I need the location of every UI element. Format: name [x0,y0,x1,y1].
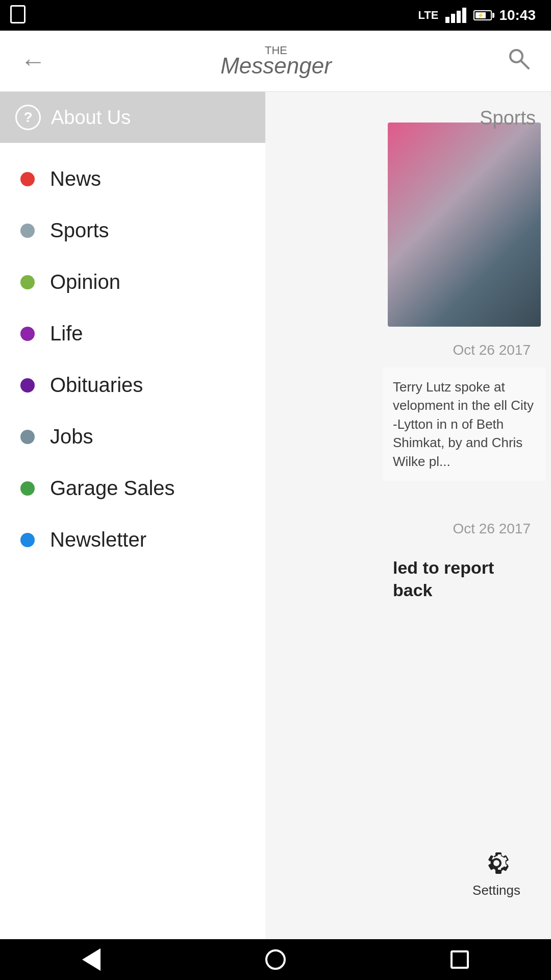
search-button[interactable] [506,46,531,76]
news-article-3: led to report back [383,546,546,611]
menu-item-label-6: Garage Sales [50,477,175,500]
news-date-2: Oct 26 2017 [453,521,531,537]
menu-item-life[interactable]: Life [0,308,265,359]
menu-item-label-5: Jobs [50,425,93,448]
menu-item-news[interactable]: News [0,153,265,205]
main-content: Sports Oct 26 2017 Terry Lutz spoke at v… [0,92,551,939]
menu-item-label-7: Newsletter [50,528,146,551]
menu-dot-7 [20,533,35,547]
logo-main: Messenger [220,53,332,78]
nav-home-button[interactable] [265,949,286,970]
battery-icon [473,10,492,20]
app-header: ← THE Messenger [0,31,551,92]
menu-dot-1 [20,224,35,238]
menu-item-label-1: Sports [50,219,109,242]
news-article-3-text: led to report back [393,558,494,600]
menu-dot-6 [20,481,35,496]
nav-recents-button[interactable] [450,950,469,969]
back-button[interactable]: ← [20,48,46,74]
recents-square-icon [450,950,469,969]
clock: 10:43 [499,7,536,23]
menu-list: NewsSportsOpinionLifeObituariesJobsGarag… [0,143,265,939]
menu-dot-0 [20,172,35,186]
menu-dot-5 [20,430,35,444]
menu-dot-3 [20,327,35,341]
menu-item-label-4: Obituaries [50,374,143,397]
status-bar: LTE 10:43 [0,0,551,31]
news-article-2-text: Terry Lutz spoke at velopment in the ell… [393,379,534,469]
about-us-title: About Us [51,107,131,129]
app-logo: THE Messenger [220,44,332,79]
news-date-1: Oct 26 2017 [453,342,531,358]
nav-back-button[interactable] [82,948,101,971]
nav-drawer: ? About Us NewsSportsOpinionLifeObituari… [0,92,265,939]
drawer-header[interactable]: ? About Us [0,92,265,143]
sim-icon [10,5,26,23]
menu-item-sports[interactable]: Sports [0,205,265,256]
settings-label: Settings [472,883,520,898]
menu-dot-2 [20,275,35,289]
lte-indicator: LTE [418,9,438,22]
svg-point-0 [510,50,522,62]
help-icon: ? [15,105,41,130]
sports-peek-label: Sports [480,107,536,129]
menu-item-label-3: Life [50,322,83,345]
svg-line-1 [521,61,529,68]
news-article-2: Terry Lutz spoke at velopment in the ell… [383,368,546,481]
news-image-placeholder [388,122,541,327]
back-triangle-icon [82,948,101,971]
news-image-card [388,122,541,327]
menu-dot-4 [20,378,35,393]
sim-icon-area [10,5,26,26]
menu-item-jobs[interactable]: Jobs [0,411,265,462]
settings-button[interactable]: Settings [472,848,520,898]
signal-bars [445,8,466,23]
gear-icon [481,848,512,878]
menu-item-garage-sales[interactable]: Garage Sales [0,462,265,514]
battery-fill [475,12,486,18]
menu-item-label-0: News [50,167,101,190]
menu-item-opinion[interactable]: Opinion [0,256,265,308]
bottom-nav [0,939,551,980]
home-circle-icon [265,949,286,970]
menu-item-label-2: Opinion [50,271,120,293]
menu-item-obituaries[interactable]: Obituaries [0,359,265,411]
menu-item-newsletter[interactable]: Newsletter [0,514,265,566]
search-icon [506,46,531,70]
status-icons: LTE 10:43 [418,7,536,23]
